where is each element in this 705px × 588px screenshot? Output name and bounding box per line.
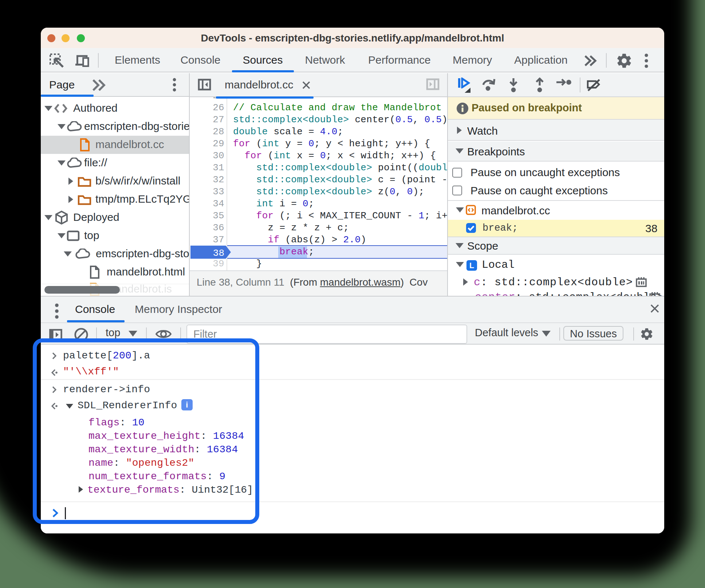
svg-text:L: L — [469, 261, 474, 270]
svg-text:38: 38 — [213, 248, 224, 259]
